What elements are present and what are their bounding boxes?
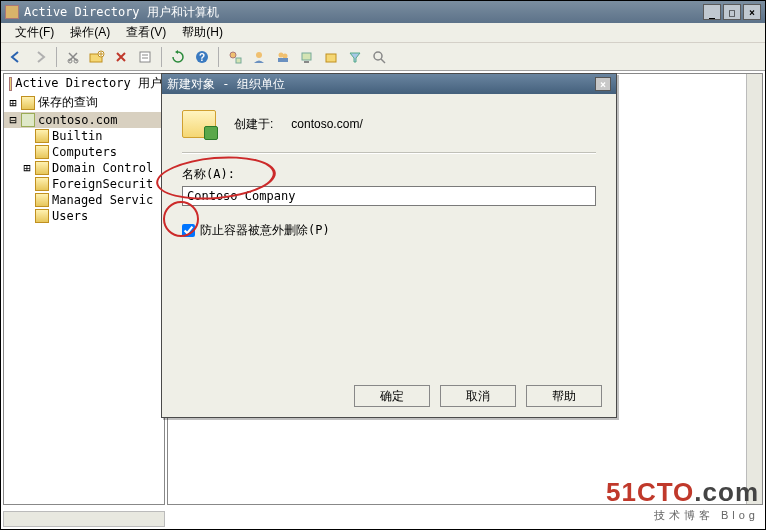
folder-icon: [35, 177, 49, 191]
toolbar-separator: [161, 47, 162, 67]
window-title: Active Directory 用户和计算机: [24, 4, 701, 21]
minimize-button[interactable]: _: [703, 4, 721, 20]
watermark-tagline: 技术博客 Blog: [606, 508, 759, 523]
refresh-icon[interactable]: [167, 46, 189, 68]
expand-icon[interactable]: ⊞: [8, 96, 18, 110]
tree-domain-controllers[interactable]: ⊞ Domain Control: [4, 160, 164, 176]
collapse-icon[interactable]: ⊟: [8, 113, 18, 127]
svg-rect-16: [304, 61, 309, 63]
dialog-title: 新建对象 - 组织单位: [167, 76, 595, 93]
managed-label: Managed Servic: [52, 193, 153, 207]
builtin-label: Builtin: [52, 129, 103, 143]
back-button[interactable]: [5, 46, 27, 68]
properties-icon[interactable]: [134, 46, 156, 68]
svg-point-18: [374, 52, 382, 60]
help-icon[interactable]: ?: [191, 46, 213, 68]
user-icon[interactable]: [248, 46, 270, 68]
horizontal-scrollbar[interactable]: [3, 511, 165, 527]
search-icon[interactable]: [368, 46, 390, 68]
maximize-button[interactable]: □: [723, 4, 741, 20]
menubar: 文件(F) 操作(A) 查看(V) 帮助(H): [1, 23, 765, 43]
tree-computers[interactable]: Computers: [4, 144, 164, 160]
separator: [182, 152, 596, 154]
domain-icon: [21, 113, 35, 127]
tree-users[interactable]: Users: [4, 208, 164, 224]
vertical-scrollbar[interactable]: [746, 74, 762, 504]
created-in-path: contoso.com/: [291, 117, 362, 131]
window-titlebar: Active Directory 用户和计算机 _ □ ×: [1, 1, 765, 23]
close-button[interactable]: ×: [743, 4, 761, 20]
svg-rect-4: [140, 52, 150, 62]
saved-queries-label: 保存的查询: [38, 94, 98, 111]
new-ou-dialog: 新建对象 - 组织单位 × 创建于: contoso.com/ 名称(A): 防…: [161, 73, 617, 418]
tree-root-label: Active Directory 用户: [15, 75, 162, 92]
protect-checkbox[interactable]: [182, 224, 195, 237]
computer-add-icon[interactable]: [296, 46, 318, 68]
ou-folder-icon: [182, 110, 216, 138]
app-icon: [5, 5, 19, 19]
dialog-buttons: 确定 取消 帮助: [354, 385, 602, 407]
aduc-root-icon: [9, 77, 12, 91]
name-input[interactable]: [182, 186, 596, 206]
tree-saved-queries[interactable]: ⊞ 保存的查询: [4, 93, 164, 112]
tree-builtin[interactable]: Builtin: [4, 128, 164, 144]
name-label: 名称(A):: [182, 166, 596, 183]
menu-action[interactable]: 操作(A): [62, 22, 118, 43]
svg-rect-17: [326, 54, 336, 62]
cut-icon[interactable]: [62, 46, 84, 68]
toolbar: ?: [1, 43, 765, 71]
toolbar-separator: [218, 47, 219, 67]
svg-text:?: ?: [199, 52, 205, 63]
watermark-brand-prefix: 51CTO: [606, 477, 694, 507]
svg-point-9: [230, 52, 236, 58]
watermark-brand: 51CTO.com: [606, 477, 759, 508]
dialog-close-button[interactable]: ×: [595, 77, 611, 91]
folder-icon: [35, 145, 49, 159]
folder-icon: [35, 209, 49, 223]
toolbar-separator: [56, 47, 57, 67]
svg-rect-15: [302, 53, 311, 60]
svg-rect-10: [236, 58, 241, 63]
menu-file[interactable]: 文件(F): [7, 22, 62, 43]
protect-label: 防止容器被意外删除(P): [200, 222, 330, 239]
domain-label: contoso.com: [38, 113, 117, 127]
created-in-label: 创建于:: [234, 116, 273, 133]
find-user-icon[interactable]: [224, 46, 246, 68]
menu-view[interactable]: 查看(V): [118, 22, 174, 43]
tree-foreign[interactable]: ForeignSecurit: [4, 176, 164, 192]
tree-domain[interactable]: ⊟ contoso.com: [4, 112, 164, 128]
watermark-brand-suffix: .com: [694, 477, 759, 507]
filter-icon[interactable]: [344, 46, 366, 68]
help-button[interactable]: 帮助: [526, 385, 602, 407]
folder-icon: [35, 161, 49, 175]
ou-icon[interactable]: [320, 46, 342, 68]
svg-point-11: [256, 52, 262, 58]
new-folder-icon[interactable]: [86, 46, 108, 68]
folder-icon: [35, 193, 49, 207]
dialog-header-row: 创建于: contoso.com/: [182, 110, 596, 138]
tree-managed[interactable]: Managed Servic: [4, 192, 164, 208]
ok-button[interactable]: 确定: [354, 385, 430, 407]
watermark: 51CTO.com 技术博客 Blog: [606, 477, 759, 523]
menu-help[interactable]: 帮助(H): [174, 22, 231, 43]
forward-button[interactable]: [29, 46, 51, 68]
domainctrl-label: Domain Control: [52, 161, 153, 175]
dialog-body: 创建于: contoso.com/ 名称(A): 防止容器被意外删除(P): [162, 94, 616, 251]
svg-line-19: [381, 59, 385, 63]
protect-checkbox-row[interactable]: 防止容器被意外删除(P): [182, 222, 596, 239]
expand-icon[interactable]: ⊞: [22, 161, 32, 175]
svg-point-13: [283, 53, 288, 58]
delete-icon[interactable]: [110, 46, 132, 68]
users-label: Users: [52, 209, 88, 223]
folder-icon: [21, 96, 35, 110]
svg-rect-14: [278, 58, 288, 62]
folder-icon: [35, 129, 49, 143]
tree-panel[interactable]: Active Directory 用户 ⊞ 保存的查询 ⊟ contoso.co…: [3, 73, 165, 505]
computers-label: Computers: [52, 145, 117, 159]
foreign-label: ForeignSecurit: [52, 177, 153, 191]
group-icon[interactable]: [272, 46, 294, 68]
tree-root[interactable]: Active Directory 用户: [4, 74, 164, 93]
dialog-titlebar: 新建对象 - 组织单位 ×: [162, 74, 616, 94]
window-buttons: _ □ ×: [701, 4, 761, 20]
cancel-button[interactable]: 取消: [440, 385, 516, 407]
